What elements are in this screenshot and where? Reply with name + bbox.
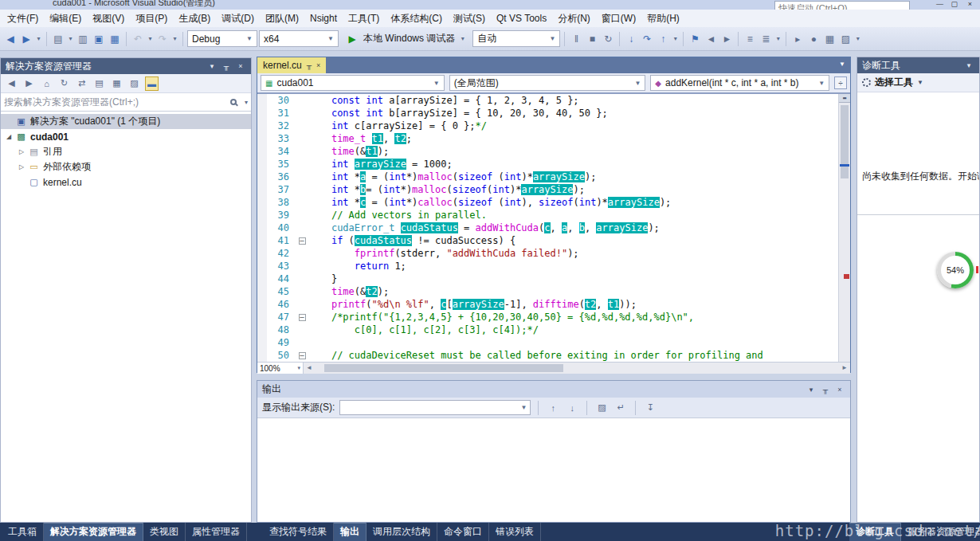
save-icon[interactable]: ▣ xyxy=(92,31,106,47)
close-icon[interactable]: × xyxy=(235,62,246,70)
menu-item[interactable]: 测试(S) xyxy=(448,10,491,28)
expander-icon[interactable]: ▷ xyxy=(15,148,28,155)
save-all-icon[interactable]: ▦ xyxy=(108,31,122,47)
code-line[interactable]: 41– if (cudaStatus != cudaSuccess) { xyxy=(267,234,838,247)
fold-collapse-icon[interactable]: – xyxy=(296,349,308,362)
code-line[interactable]: 42 fprintf(stderr, "addWithCuda failed!"… xyxy=(267,247,838,260)
undo-dropdown-icon[interactable]: ▾ xyxy=(147,35,154,42)
output-source-combobox[interactable]: ▼ xyxy=(339,400,531,415)
tree-item[interactable]: ◢▩cuda001 xyxy=(1,129,251,144)
goto-next-message-icon[interactable]: ↓ xyxy=(565,401,579,415)
toggle-autoscroll-icon[interactable]: ↧ xyxy=(643,401,657,415)
tree-item[interactable]: ▣解决方案 "cuda001" (1 个项目) xyxy=(1,114,251,129)
code-line[interactable]: 49 xyxy=(267,336,838,349)
horizontal-scrollbar[interactable]: ◄ ► xyxy=(304,363,850,374)
menu-item[interactable]: 窗口(W) xyxy=(596,10,641,28)
vertical-scrollbar[interactable]: ▬ xyxy=(838,94,850,362)
code-area[interactable]: 30 const int a[arraySize] = { 1, 2, 3, 4… xyxy=(267,94,838,362)
menu-item[interactable]: 视图(V) xyxy=(87,10,130,28)
type-scope-combobox[interactable]: (全局范围) ▼ xyxy=(449,75,646,91)
tree-item[interactable]: ▷▭外部依赖项 xyxy=(1,159,251,174)
close-icon[interactable]: × xyxy=(834,386,845,394)
code-line[interactable]: 43 return 1; xyxy=(267,260,838,272)
step-out-icon[interactable]: ↑ xyxy=(656,31,670,47)
open-file-icon[interactable]: ▥ xyxy=(76,31,90,47)
properties-icon[interactable]: ▨ xyxy=(127,76,141,91)
code-line[interactable]: 45 time(&t2); xyxy=(267,285,838,298)
zoom-combobox[interactable]: 100% ▾ xyxy=(257,363,304,374)
code-line[interactable]: 38 int *c = (int*)calloc(sizeof (int), s… xyxy=(267,196,838,209)
solution-configuration-combobox[interactable]: Debug▼ xyxy=(187,30,257,47)
member-combobox[interactable]: ◆ addKernel(int * c, int * a, int * b) ▼ xyxy=(650,75,829,91)
menu-item[interactable]: 分析(N) xyxy=(552,10,596,28)
code-line[interactable]: 39 // Add vectors in parallel. xyxy=(267,209,838,221)
code-line[interactable]: 34 time(&t1); xyxy=(267,145,838,158)
tree-item[interactable]: ▢kernel.cu xyxy=(1,174,251,190)
maximize-icon[interactable]: ▢ xyxy=(951,0,958,8)
solution-platform-combobox[interactable]: x64▼ xyxy=(259,30,339,47)
show-all-files-icon[interactable]: ▦ xyxy=(110,76,123,91)
home-icon[interactable]: ⌂ xyxy=(40,76,53,91)
pin-icon[interactable]: ╥ xyxy=(307,61,312,69)
window-position-icon[interactable]: ▾ xyxy=(206,62,218,70)
code-line[interactable]: 50– // cudaDeviceReset must be called be… xyxy=(267,349,838,362)
nsight-tool-icon[interactable]: ▦ xyxy=(822,31,837,47)
statusbar-tab[interactable]: 错误列表 xyxy=(489,523,541,541)
navigate-forward-icon[interactable]: ▶ xyxy=(19,31,33,47)
project-scope-combobox[interactable]: ▦ cuda001 ▼ xyxy=(261,75,445,91)
nsight-tool-icon[interactable]: ● xyxy=(806,31,821,47)
step-into-icon[interactable]: ↓ xyxy=(624,31,638,47)
pin-icon[interactable]: ╥ xyxy=(221,62,232,70)
statusbar-tab[interactable]: 属性管理器 xyxy=(186,523,247,541)
stop-debugging-icon[interactable]: ■ xyxy=(585,31,599,47)
restart-icon[interactable]: ↻ xyxy=(601,31,615,47)
nsight-tool-icon[interactable]: ▸ xyxy=(790,31,805,47)
pin-icon[interactable]: ╥ xyxy=(820,386,831,394)
navigate-back-icon[interactable]: ◀ xyxy=(3,31,18,47)
code-line[interactable]: 37 int *b= (int*)malloc(sizeof(int)*arra… xyxy=(267,183,838,196)
forward-icon[interactable]: ▶ xyxy=(22,76,36,91)
nsight-tool-icon[interactable]: ▨ xyxy=(838,31,853,47)
fold-collapse-icon[interactable]: – xyxy=(296,311,308,323)
redo-dropdown-icon[interactable]: ▾ xyxy=(171,35,178,42)
menu-item[interactable]: Nsight xyxy=(304,10,343,26)
search-icon[interactable] xyxy=(230,99,237,105)
code-line[interactable]: 47– /*printf("{1,2,3,4,5} + {10,20,30,40… xyxy=(267,311,838,323)
minimize-icon[interactable]: — xyxy=(936,0,943,8)
refresh-icon[interactable]: ↻ xyxy=(57,76,71,91)
scrollbar-thumb[interactable] xyxy=(841,105,849,178)
split-window-icon[interactable]: ÷ xyxy=(834,76,847,89)
document-list-icon[interactable]: ▼ xyxy=(834,57,850,73)
solution-search-input[interactable] xyxy=(4,96,227,108)
step-over-icon[interactable]: ↷ xyxy=(640,31,654,47)
statusbar-tab[interactable]: 查找符号结果 xyxy=(263,523,334,541)
menu-item[interactable]: 团队(M) xyxy=(260,10,304,28)
code-editor[interactable]: 30 const int a[arraySize] = { 1, 2, 3, 4… xyxy=(257,94,850,362)
code-line[interactable]: 33 time_t t1, t2; xyxy=(267,132,838,145)
select-tools-button[interactable]: 选择工具 xyxy=(875,76,913,89)
menu-item[interactable]: 编辑(E) xyxy=(44,10,87,28)
next-bookmark-icon[interactable]: ► xyxy=(719,31,734,47)
increase-indent-icon[interactable]: ≣ xyxy=(759,31,773,47)
toolbar-overflow-icon[interactable]: ▾ xyxy=(672,35,679,42)
menu-item[interactable]: 调试(D) xyxy=(216,10,260,28)
expander-icon[interactable]: ▷ xyxy=(15,163,28,171)
collapse-all-icon[interactable]: ▤ xyxy=(92,76,106,91)
search-options-icon[interactable]: ▾ xyxy=(245,99,248,106)
decrease-indent-icon[interactable]: ≡ xyxy=(743,31,757,47)
toolbar-overflow-icon[interactable]: ▾ xyxy=(854,35,861,42)
word-wrap-icon[interactable]: ↵ xyxy=(613,401,628,415)
sync-with-active-document-icon[interactable]: ⇄ xyxy=(75,76,88,91)
new-project-icon[interactable]: ▤ xyxy=(51,31,65,47)
code-line[interactable]: 36 int *a = (int*)malloc(sizeof (int)*ar… xyxy=(267,171,838,183)
output-content[interactable] xyxy=(257,418,850,522)
break-all-icon[interactable]: ‖ xyxy=(569,31,583,47)
start-debugging-button[interactable]: ▶ 本地 Windows 调试器 ▾ xyxy=(340,30,471,48)
clear-all-icon[interactable]: ▨ xyxy=(594,401,609,415)
code-line[interactable]: 44 } xyxy=(267,272,838,285)
redo-icon[interactable]: ↷ xyxy=(155,31,170,47)
navigate-dropdown-icon[interactable]: ▾ xyxy=(35,35,42,42)
menu-item[interactable]: 工具(T) xyxy=(343,10,385,28)
undo-icon[interactable]: ↶ xyxy=(131,31,145,47)
code-line[interactable]: 32 int c[arraySize] = { 0 };*/ xyxy=(267,120,838,132)
